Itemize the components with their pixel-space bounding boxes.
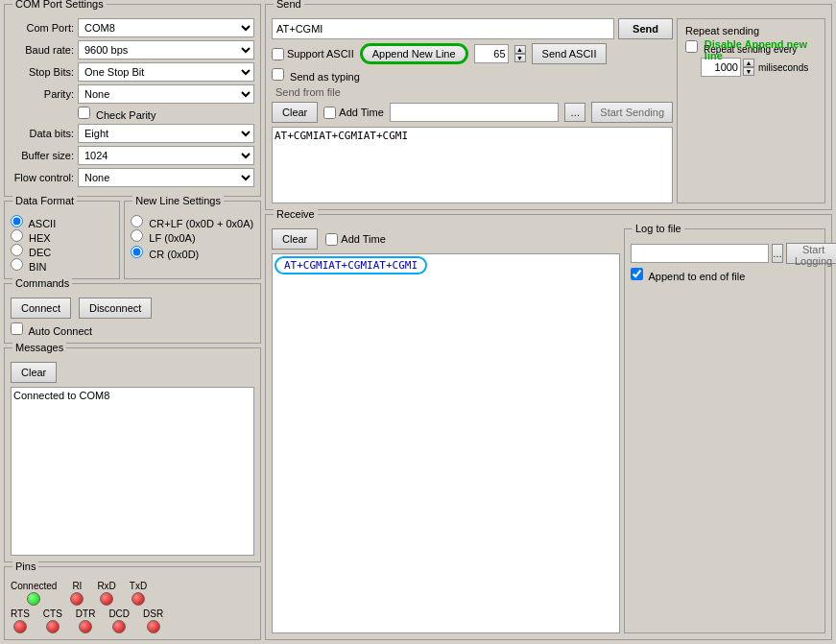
- receive-add-time-checkbox[interactable]: [325, 233, 338, 246]
- cr-radio[interactable]: [131, 246, 143, 258]
- receive-output-text: AT+CGMIAT+CGMIAT+CGMI: [275, 256, 427, 274]
- messages-title: Messages: [12, 342, 66, 353]
- log-to-file-title: Log to file: [633, 223, 684, 234]
- pin-connected-led: [27, 592, 40, 606]
- buffer-size-label: Buffer size:: [11, 150, 78, 161]
- baud-rate-select[interactable]: 9600 bps: [78, 40, 254, 60]
- send-section: Send AT+CGMI Send Support ASCII: [265, 4, 832, 210]
- data-bits-label: Data bits:: [11, 128, 78, 139]
- send-file-browse-button[interactable]: …: [564, 103, 585, 122]
- flow-control-label: Flow control:: [11, 172, 78, 183]
- pin-dsr: DSR: [143, 608, 163, 633]
- pin-rxd-led: [100, 592, 113, 606]
- pin-rts-led: [13, 620, 27, 633]
- flow-control-select[interactable]: None: [78, 168, 254, 187]
- com-port-label: Com Port:: [11, 22, 78, 34]
- ascii-spin-up[interactable]: ▲: [514, 45, 526, 54]
- dec-radio[interactable]: [11, 244, 23, 256]
- stop-bits-select[interactable]: One Stop Bit: [78, 62, 254, 82]
- parity-select[interactable]: None: [78, 84, 254, 104]
- log-to-file-box: Log to file … Start Logging Append to en…: [624, 228, 825, 633]
- commands-section: Commands Connect Disconnect Auto Connect: [4, 283, 261, 344]
- com-port-settings: COM Port Settings Com Port: COM8 Baud ra…: [4, 4, 261, 197]
- send-scroll-area: AT+CGMIAT+CGMIAT+CGMI: [272, 127, 673, 203]
- pin-rts: RTS: [11, 608, 30, 633]
- commands-title: Commands: [12, 277, 72, 289]
- send-button[interactable]: Send: [618, 18, 673, 39]
- pin-cts-led: [46, 620, 60, 633]
- ascii-value-input[interactable]: 65: [474, 44, 509, 63]
- disconnect-button[interactable]: Disconnect: [79, 298, 152, 319]
- pin-dtr-led: [79, 620, 92, 633]
- log-file-browse-button[interactable]: …: [772, 244, 783, 263]
- lf-radio[interactable]: [131, 229, 143, 242]
- send-clear-button[interactable]: Clear: [272, 102, 318, 123]
- send-from-file-label: Send from file: [275, 86, 341, 98]
- newline-settings-section: New Line Settings CR+LF (0x0D + 0x0A) LF…: [124, 201, 261, 279]
- receive-section: Receive Clear Add Time: [265, 214, 832, 640]
- receive-clear-button[interactable]: Clear: [272, 228, 318, 250]
- pin-dcd-led: [112, 620, 126, 633]
- pin-txd-led: [131, 592, 145, 606]
- pin-txd: TxD: [130, 581, 147, 606]
- check-parity-label[interactable]: Check Parity: [78, 107, 155, 121]
- data-format-title: Data Format: [12, 195, 77, 206]
- log-file-path-input[interactable]: [631, 244, 769, 263]
- pin-connected: Connected: [11, 581, 57, 606]
- start-sending-button[interactable]: Start Sending: [591, 102, 673, 123]
- newline-settings-title: New Line Settings: [132, 195, 224, 206]
- ascii-spin-down[interactable]: ▼: [514, 54, 526, 62]
- data-format-section: Data Format ASCII HEX DEC BIN: [4, 201, 120, 279]
- repeat-sending-checkbox[interactable]: [685, 40, 698, 53]
- send-ascii-button[interactable]: Send ASCII: [532, 43, 608, 64]
- pin-rxd: RxD: [97, 581, 115, 606]
- send-add-time-checkbox[interactable]: [323, 107, 336, 119]
- receive-title: Receive: [274, 208, 318, 220]
- start-logging-button[interactable]: Start Logging: [786, 243, 836, 264]
- messages-clear-button[interactable]: Clear: [11, 362, 57, 383]
- stop-bits-label: Stop Bits:: [11, 66, 78, 78]
- pins-section: Pins Connected RI RxD TxD: [4, 566, 261, 640]
- check-parity-checkbox[interactable]: [78, 107, 90, 119]
- append-to-end-checkbox[interactable]: [631, 268, 643, 280]
- send-title: Send: [274, 0, 304, 10]
- data-bits-select[interactable]: Eight: [78, 124, 254, 143]
- pin-cts: CTS: [43, 608, 62, 633]
- baud-rate-label: Baud rate:: [11, 44, 78, 56]
- pin-ri: RI: [70, 581, 84, 606]
- connect-button[interactable]: Connect: [11, 298, 71, 319]
- append-newline-button[interactable]: Append New Line: [360, 43, 468, 64]
- buffer-size-select[interactable]: 1024: [78, 146, 254, 165]
- disable-append-annotation: Disable Append newline: [705, 38, 807, 61]
- pin-dsr-led: [147, 620, 160, 633]
- parity-label: Parity:: [11, 88, 78, 100]
- ascii-radio[interactable]: [11, 215, 23, 227]
- pin-dtr: DTR: [76, 608, 96, 633]
- crlf-radio[interactable]: [131, 215, 143, 227]
- send-command-input[interactable]: AT+CGMI: [272, 18, 614, 39]
- pins-title: Pins: [12, 561, 38, 572]
- send-file-path-input[interactable]: [390, 103, 560, 122]
- com-port-title: COM Port Settings: [12, 0, 107, 10]
- pin-dcd: DCD: [108, 608, 130, 633]
- receive-scroll-area: AT+CGMIAT+CGMIAT+CGMI: [272, 253, 620, 633]
- send-as-typing-checkbox[interactable]: [272, 68, 284, 81]
- messages-area: Connected to COM8: [11, 387, 254, 556]
- ascii-spinner[interactable]: ▲ ▼: [514, 45, 526, 62]
- repeat-sending-title: Repeat sending: [685, 25, 817, 36]
- log-to-file-section: Log to file … Start Logging Append to en…: [624, 228, 825, 633]
- com-port-select[interactable]: COM8: [78, 18, 254, 37]
- pin-ri-led: [70, 592, 84, 606]
- auto-connect-checkbox[interactable]: [11, 322, 23, 335]
- hex-radio[interactable]: [11, 229, 23, 242]
- support-ascii-checkbox[interactable]: [272, 48, 284, 60]
- messages-section: Messages Clear Connected to COM8: [4, 347, 261, 562]
- repeat-spin-down[interactable]: ▼: [743, 67, 754, 76]
- bin-radio[interactable]: [11, 258, 23, 271]
